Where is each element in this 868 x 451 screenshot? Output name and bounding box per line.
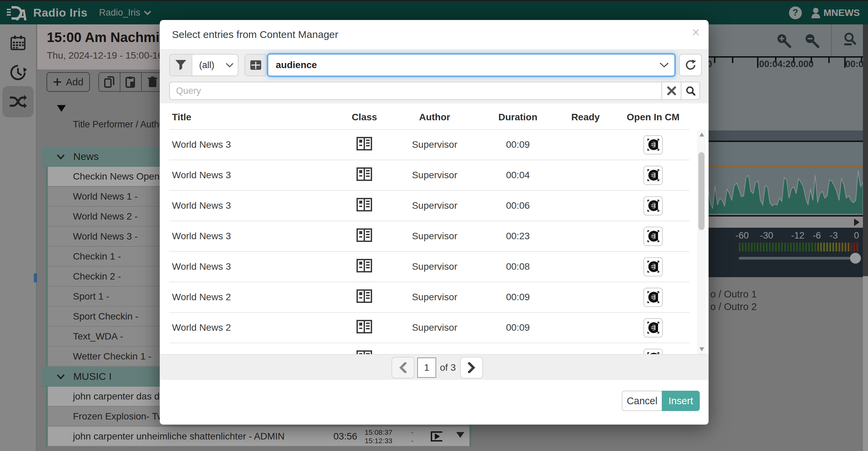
open-in-cm-button[interactable] [643,196,663,216]
results-table: World News 3 Supervisor 00:09 [169,129,690,354]
row-class [341,228,388,244]
row-class [341,350,388,354]
row-author: Supervisor [388,170,481,181]
newspaper-icon [356,228,372,242]
row-author: Supervisor [388,292,481,303]
column-class[interactable]: Class [341,112,388,123]
content-manager-icon [647,139,659,151]
content-manager-icon [647,261,659,273]
close-icon[interactable]: × [692,25,700,40]
open-in-cm-button[interactable] [643,166,663,185]
dialog-toolbar: (all) audience [160,49,709,103]
newspaper-icon [356,320,372,333]
dialog-title: Select entries from Content Manager [172,20,338,49]
table-row[interactable]: World News 2 Supervisor 00:09 [169,282,690,313]
table-field-button[interactable] [245,55,266,76]
row-class [341,198,388,214]
newspaper-icon [356,259,372,272]
field-group [245,54,267,76]
content-manager-icon [647,200,659,212]
row-duration: 00:09 [481,322,554,333]
refresh-icon [684,59,697,71]
row-class [341,259,388,275]
query-input[interactable] [169,82,661,100]
row-author: Supervisor [388,139,481,150]
table-row[interactable]: World News 3 Supervisor 00:09 [169,130,690,160]
table-row[interactable] [169,343,690,354]
search-field-combobox[interactable]: audience [267,53,676,77]
table-row[interactable]: World News 2 Supervisor 00:09 [169,313,690,343]
table-scrollbar-thumb[interactable] [698,152,705,230]
open-in-cm-button[interactable] [643,227,663,246]
newspaper-icon [356,350,372,354]
open-in-cm-button[interactable] [643,288,663,307]
page-number-input[interactable] [417,357,436,378]
column-duration[interactable]: Duration [481,112,554,123]
previous-page-button[interactable] [391,357,414,378]
row-title: World News 2 [169,292,341,303]
search-field-value: audience [276,60,317,70]
column-author[interactable]: Author [388,112,481,123]
newspaper-icon [356,137,372,150]
column-title[interactable]: Title [169,112,341,123]
open-in-cm-button[interactable] [643,135,663,155]
table-row[interactable]: World News 3 Supervisor 00:04 [169,160,690,191]
row-duration: 00:09 [481,292,554,303]
page-count-label: of 3 [440,362,456,373]
filter-button[interactable] [170,55,192,76]
newspaper-icon [356,198,372,211]
content-manager-icon [647,322,659,334]
row-author: Supervisor [388,322,481,333]
cancel-button[interactable]: Cancel [622,391,662,411]
newspaper-icon [356,167,372,181]
row-title: World News 3 [169,139,341,150]
table-icon [250,60,262,70]
refresh-button[interactable] [679,54,702,76]
row-duration: 00:06 [481,200,554,211]
class-filter-value: (all) [199,60,214,70]
row-class [341,137,388,153]
scroll-up-icon[interactable] [699,132,704,137]
row-title: World News 2 [169,322,341,333]
open-in-cm-button[interactable] [643,257,663,276]
column-open-in-cm[interactable]: Open In CM [617,112,690,123]
row-title: World News 3 [169,231,341,242]
open-in-cm-button[interactable] [643,349,663,354]
row-class [341,289,388,305]
row-class [341,320,388,336]
row-duration: 00:08 [481,261,554,272]
row-author: Supervisor [388,261,481,272]
next-page-button[interactable] [460,357,483,378]
content-manager-dialog: Select entries from Content Manager × (a… [160,20,709,425]
chevron-left-icon [399,362,407,373]
dialog-footer: Cancel Insert [160,380,709,425]
chevron-down-icon [659,62,669,68]
row-class [341,167,388,183]
chevron-right-icon [468,362,475,373]
row-duration: 00:09 [481,139,554,150]
row-title: World News 3 [169,261,341,272]
content-manager-icon [647,169,659,181]
query-group [169,82,700,100]
table-row[interactable]: World News 3 Supervisor 00:23 [169,221,690,252]
pagination-bar: of 3 [160,354,709,380]
column-ready[interactable]: Ready [554,112,617,123]
class-filter-select[interactable]: (all) [192,55,238,76]
search-button[interactable] [681,82,700,100]
table-row[interactable]: World News 3 Supervisor 00:06 [169,191,690,221]
row-author: Supervisor [388,200,481,211]
row-duration: 00:04 [481,170,554,181]
row-duration: 00:23 [481,231,554,242]
open-in-cm-button[interactable] [643,318,663,337]
table-scrollbar[interactable] [697,130,706,354]
table-row[interactable]: World News 3 Supervisor 00:08 [169,252,690,282]
table-header: Title Class Author Duration Ready Open I… [169,105,690,129]
clear-icon [667,86,676,95]
funnel-icon [175,60,187,70]
chevron-down-icon [226,63,234,67]
scroll-down-icon[interactable] [699,347,704,351]
clear-query-button[interactable] [661,82,681,100]
row-author: Supervisor [388,231,481,242]
class-filter-group: (all) [169,54,238,76]
insert-button[interactable]: Insert [662,391,700,411]
